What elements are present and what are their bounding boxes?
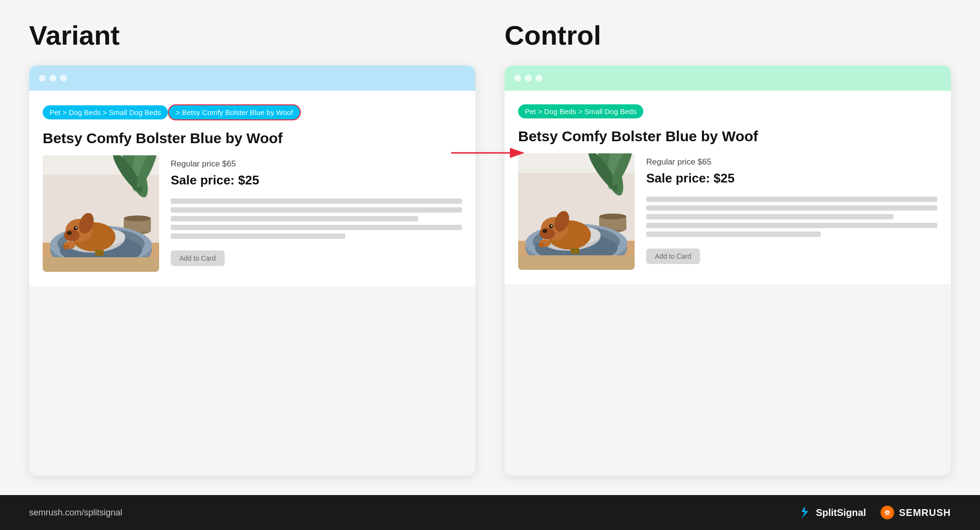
svg-rect-55 xyxy=(518,255,635,270)
svg-point-9 xyxy=(124,215,151,221)
svg-point-38 xyxy=(599,214,626,219)
svg-rect-26 xyxy=(43,257,159,272)
svg-rect-54 xyxy=(571,248,579,254)
variant-sale-price: Sale price: $25 xyxy=(171,173,462,188)
variant-line-4 xyxy=(171,225,462,230)
control-content-lines xyxy=(646,197,937,237)
variant-line-5 xyxy=(171,233,345,239)
variant-breadcrumb-main: Pet > Dog Beds > Small Dog Beds xyxy=(43,105,168,119)
variant-line-1 xyxy=(171,199,462,204)
variant-titlebar xyxy=(29,66,475,91)
variant-title: Variant xyxy=(29,19,475,51)
control-sale-price: Sale price: $25 xyxy=(646,171,937,186)
variant-breadcrumb-extra: > Betsy Comfy Bolster Blue by Woof xyxy=(168,104,301,120)
control-body: Pet > Dog Beds > Small Dog Beds Betsy Co… xyxy=(505,91,951,284)
control-breadcrumb-row: Pet > Dog Beds > Small Dog Beds xyxy=(518,104,937,118)
semrush-label: SEMRUSH xyxy=(899,507,951,518)
svg-point-24 xyxy=(63,245,69,249)
variant-product-content: Regular price $65 Sale price: $25 Add to… xyxy=(43,155,462,272)
control-title: Control xyxy=(505,19,951,51)
variant-product-title: Betsy Comfy Bolster Blue by Woof xyxy=(43,130,462,147)
control-breadcrumb-main: Pet > Dog Beds > Small Dog Beds xyxy=(518,104,643,118)
dot-2 xyxy=(49,75,56,82)
variant-line-3 xyxy=(171,216,418,221)
control-line-3 xyxy=(646,214,894,219)
variant-product-image xyxy=(43,155,159,272)
variant-breadcrumb-row: Pet > Dog Beds > Small Dog Beds > Betsy … xyxy=(43,104,462,120)
footer: semrush.com/splitsignal SplitSignal SEMR… xyxy=(0,495,980,530)
svg-point-48 xyxy=(542,229,547,233)
control-line-5 xyxy=(646,232,821,237)
variant-line-2 xyxy=(171,207,462,213)
variant-panel: Pet > Dog Beds > Small Dog Beds > Betsy … xyxy=(29,66,475,476)
splitsignal-icon xyxy=(798,505,812,520)
svg-point-53 xyxy=(539,243,544,248)
control-product-image xyxy=(518,153,635,270)
control-product-title: Betsy Comfy Bolster Blue by Woof xyxy=(518,128,937,145)
svg-rect-25 xyxy=(95,250,104,256)
footer-url: semrush.com/splitsignal xyxy=(29,508,122,518)
footer-logos: SplitSignal SEMRUSH xyxy=(798,505,951,520)
dot-5 xyxy=(525,75,532,82)
dot-1 xyxy=(39,75,46,82)
variant-content-lines xyxy=(171,199,462,239)
control-product-content: Regular price $65 Sale price: $25 Add to… xyxy=(518,153,937,270)
control-titlebar xyxy=(505,66,951,91)
svg-point-19 xyxy=(67,231,72,235)
svg-point-18 xyxy=(64,230,80,241)
control-panel: Pet > Dog Beds > Small Dog Beds Betsy Co… xyxy=(505,66,951,476)
semrush-icon xyxy=(880,505,895,520)
splitsignal-label: SplitSignal xyxy=(816,507,866,518)
variant-regular-price: Regular price $65 xyxy=(171,159,462,169)
control-line-2 xyxy=(646,205,937,211)
control-line-4 xyxy=(646,223,937,228)
svg-point-47 xyxy=(539,228,555,239)
control-product-details: Regular price $65 Sale price: $25 Add to… xyxy=(646,153,937,270)
variant-body: Pet > Dog Beds > Small Dog Beds > Betsy … xyxy=(29,91,475,286)
svg-point-50 xyxy=(551,225,553,227)
dot-3 xyxy=(60,75,67,82)
dot-6 xyxy=(536,75,542,82)
dot-4 xyxy=(514,75,521,82)
svg-point-21 xyxy=(76,227,77,229)
variant-add-to-card-button[interactable]: Add to Card xyxy=(171,250,225,266)
control-regular-price: Regular price $65 xyxy=(646,157,937,167)
control-line-1 xyxy=(646,197,937,202)
control-add-to-card-button[interactable]: Add to Card xyxy=(646,248,700,264)
splitsignal-logo: SplitSignal xyxy=(798,505,866,520)
variant-product-details: Regular price $65 Sale price: $25 Add to… xyxy=(171,155,462,272)
semrush-logo: SEMRUSH xyxy=(880,505,951,520)
